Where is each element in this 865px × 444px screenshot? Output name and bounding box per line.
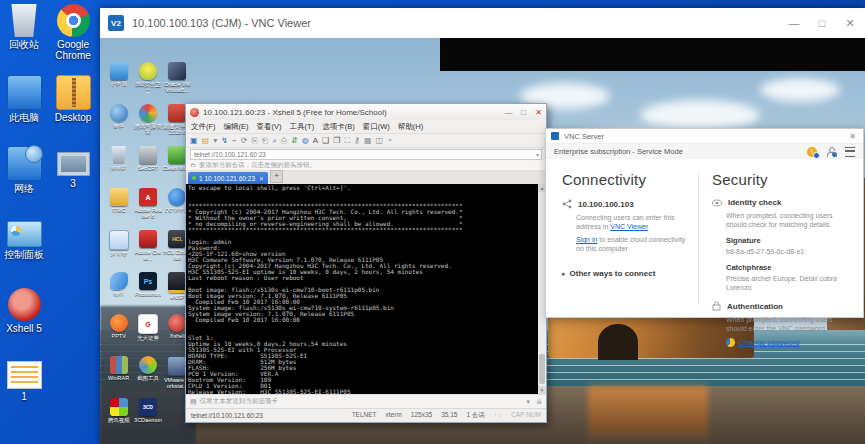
duplicate-tab-icon[interactable]: ❐ [333,135,340,147]
maximize-button[interactable]: □ [808,8,836,38]
menu-工具[interactable]: 工具(T) [290,122,315,132]
remote-desktop-icon-3cdaemon[interactable]: 3CD 3CDaemon [133,398,162,440]
snapshot-icon[interactable]: ▦ [364,135,372,147]
security-section: Security Identity check When prompted, c… [712,159,852,347]
tab-close-icon[interactable]: ✕ [259,175,264,182]
desktop-icon-label: 控制面板 [4,249,44,260]
host-desktop-icon-doc1[interactable]: 1 [1,357,47,428]
desktop-icon-label: Desktop [55,112,92,123]
remote-desktop-icon-this-pc[interactable]: 此电脑 [104,62,133,104]
reconnect-icon[interactable]: ⟳ [241,135,248,147]
connect-icon[interactable]: ↯ [221,135,228,147]
menu-选项卡[interactable]: 选项卡(B) [322,122,355,132]
new-tab-button[interactable]: + [270,170,283,183]
desktop-icon-label: 360安全卫士 [133,81,162,93]
menu-文件[interactable]: 文件(F) [191,122,216,132]
adobe-reader-8-icon: A [139,188,157,206]
copy-icon[interactable]: ⎘ [251,135,257,147]
hamburger-menu-icon[interactable] [845,147,855,157]
send-bar-menu-icon[interactable]: ≣ [536,398,542,406]
remote-desktop-icon-screenshot-tool[interactable]: 截图工具 [133,356,162,398]
close-button[interactable]: ✕ [836,8,864,38]
host-desktop-icon-recycle-bin[interactable]: 回收站 [1,2,47,73]
minimize-button[interactable]: — [780,8,808,38]
scrollbar-thumb[interactable] [539,354,545,384]
status-caps-num: CAP NUM [511,411,541,420]
vnc-server-title: VNC Server [564,132,604,141]
other-ways-to-connect[interactable]: ▸ Other ways to connect [562,269,690,278]
fullscreen-icon[interactable]: ⛶ [344,135,350,147]
remote-desktop-icon-tencent-video[interactable]: 腾讯视频 [104,398,133,440]
host-desktop-icon-control-panel[interactable]: 控制面板 [1,215,47,286]
sign-in-link[interactable]: Sign in [576,236,597,243]
session-add-icon[interactable]: 🗀 [190,162,196,168]
remote-desktop-icon-network[interactable]: 网络 [104,104,133,146]
qq-browser-icon [168,188,186,206]
host-desktop-icon-desktop-zip[interactable]: Desktop [48,73,98,144]
alert-icon[interactable]: ! [807,147,817,157]
scroll-down-arrow[interactable]: ▼ [538,386,546,394]
menu-帮助[interactable]: 帮助(H) [398,122,423,132]
chevron-down-icon[interactable]: ▾ [536,151,541,158]
vnc-server-close-button[interactable]: ✕ [849,132,856,141]
vnc-viewer-link[interactable]: VNC Viewer [610,223,648,230]
terminal-area[interactable]: To escape to local shell, press 'Ctrl+Al… [186,184,546,394]
file-transfer-icon[interactable]: ⇵ [291,135,298,147]
remote-desktop-icon-recycle-bin[interactable]: 回收站 [104,146,133,188]
remote-desktop-icon-adobe-cc[interactable]: Adobe Creat... [133,230,162,272]
send-bar-expand-icon[interactable]: ▾ [527,398,531,406]
host-desktop-icon-xshell5[interactable]: Xshell 5 [1,286,47,357]
xshell-close-button[interactable]: ✕ [531,108,546,117]
font-icon[interactable]: A [313,135,318,147]
xshell-titlebar[interactable]: 10.100.121.60:23 - Xshell 5 (Free for Ho… [186,104,546,120]
360-safe-icon [139,62,157,80]
remote-desktop-icon-card-app[interactable]: 名片赞 [104,230,133,272]
xshell-maximize-button[interactable]: □ [516,108,531,117]
compose-pane-icon[interactable]: ❏ [322,135,329,147]
remote-desktop-icon-photoshop[interactable]: Ps Photoshop [133,272,162,314]
remote-desktop-icon-winrar[interactable]: WinRAR [104,356,133,398]
menu-窗口[interactable]: 窗口(W) [363,122,390,132]
print-icon[interactable]: ⎙ [281,135,287,147]
address-input[interactable]: telnet://10.100.121.60:23 ▾ [190,149,542,160]
host-desktop-icon-this-pc[interactable]: 此电脑 [1,73,47,144]
web-icon[interactable]: ◍ [302,135,309,147]
remote-desktop-icon-wechat[interactable]: 微信 [104,272,133,314]
menu-编辑[interactable]: 编辑(E) [224,122,249,132]
menu-查看[interactable]: 查看(V) [257,122,282,132]
layout-icon[interactable]: ◫ [375,135,383,147]
change-password-link[interactable]: Change password [739,338,799,347]
remote-desktop-icon-pptv[interactable]: PPTV [104,314,133,356]
disconnect-icon[interactable]: ⌁ [232,135,237,147]
adobe-cc-icon [139,230,157,248]
remote-desktop-icon-gd-securities[interactable]: G 光大证券 [133,314,162,356]
vnc-viewer-titlebar[interactable]: V2 10.100.100.103 (CJM) - VNC Viewer — □… [100,8,865,38]
host-desktop-icon-screenshot3[interactable]: 3 [48,144,98,215]
remote-desktop-icon-folder-mc[interactable]: 陈MC [104,188,133,230]
xshell-menubar: 文件(F)编辑(E)查看(V)工具(T)选项卡(B)窗口(W)帮助(H) [186,120,546,134]
new-session-icon[interactable]: ▣ [190,135,198,147]
remote-desktop-icon-virtualbox[interactable]: Oracle VM VirtualB... [163,62,192,104]
find-icon[interactable]: ⌕ [272,135,276,147]
vnc-server-titlebar[interactable]: VNC Server ✕ [546,129,863,144]
xshell-info-bar: 🗀 要添加当前会话，点击左侧的箭头按钮。 [186,160,546,171]
remote-desktop-icon-adobe-reader-8[interactable]: A Adobe Reader 8 [133,188,162,230]
session-tab[interactable]: 1 10.100.121.60:23 ✕ [188,172,268,184]
paste-icon[interactable]: ⎗ [262,135,268,147]
desktop-icon-label: SecCRT [138,165,159,171]
host-desktop-icon-network[interactable]: 网络 [1,144,47,215]
open-dropdown-icon[interactable]: ▾ [213,135,217,147]
remote-desktop-icon-securecrt[interactable]: SecCRT [133,146,162,188]
column-divider [698,173,699,305]
help-icon[interactable]: ◔ [387,135,392,147]
xshell-minimize-button[interactable]: — [501,108,516,117]
lock-icon[interactable]: ⚷ [354,135,360,147]
user-icon[interactable] [826,147,836,157]
host-desktop-icon-chrome[interactable]: Google Chrome [48,2,98,73]
terminal-output[interactable]: To escape to local shell, press 'Ctrl+Al… [186,184,538,394]
signature-label: Signature [726,236,852,245]
open-session-icon[interactable]: ▤ [202,135,210,147]
user-badge [831,151,838,158]
remote-desktop-icon-360-safe[interactable]: 360安全卫士 [133,62,162,104]
remote-desktop-icon-pc-manager[interactable]: 腾讯电脑管家 [133,104,162,146]
